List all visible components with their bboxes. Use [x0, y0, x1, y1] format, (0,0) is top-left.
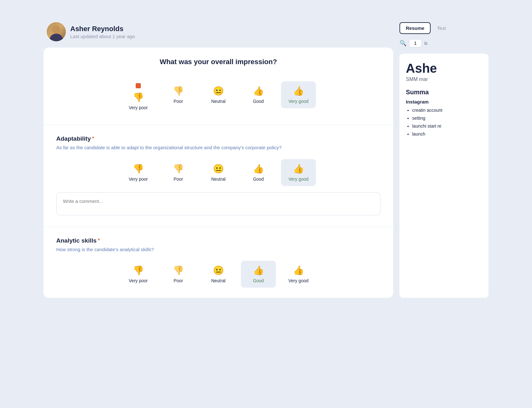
- text-tab[interactable]: Text: [431, 22, 452, 34]
- analytic-very-poor-label: Very poor: [129, 278, 148, 283]
- resume-bullet-3: launchi start re: [412, 123, 482, 130]
- analytic-desc: How strong is the candidate's analytical…: [56, 246, 380, 253]
- resume-bullet-1: creatin account: [412, 107, 482, 114]
- user-header: Asher Reynolds Last updated about 1 year…: [44, 22, 393, 41]
- overall-very-good[interactable]: 👍 Very good: [281, 81, 316, 108]
- resume-bullets: creatin account setting launchi start re…: [406, 107, 482, 137]
- adapt-neutral-label: Neutral: [211, 177, 225, 182]
- adapt-very-poor-label: Very poor: [129, 177, 148, 182]
- analytic-title: Analytic skills *: [56, 237, 380, 244]
- analytic-poor-icon: 👎: [173, 265, 184, 276]
- overall-neutral-label: Neutral: [211, 99, 225, 104]
- overall-neutral[interactable]: 😐 Neutral: [201, 81, 236, 108]
- analytic-poor[interactable]: 👎 Poor: [161, 261, 196, 288]
- analytic-poor-label: Poor: [174, 278, 183, 283]
- adaptability-comment[interactable]: [56, 192, 380, 215]
- analytic-very-poor-icon: 👎: [133, 265, 144, 276]
- analytic-very-good-label: Very good: [288, 278, 308, 283]
- resume-instagram-heading: Instagram: [406, 99, 482, 104]
- adapt-very-good-label: Very good: [288, 177, 308, 182]
- overall-very-poor-label: Very poor: [129, 105, 148, 110]
- avatar: [47, 22, 66, 41]
- right-panel: Resume Text 🔍 is Ashe SMM mar Summa Inst…: [399, 22, 488, 298]
- analytic-neutral[interactable]: 😐 Neutral: [201, 261, 236, 288]
- adapt-very-poor-icon: 👎: [133, 164, 144, 174]
- good-thumb-icon: 👍: [253, 86, 264, 96]
- analytic-good-label: Good: [253, 278, 264, 283]
- analytic-required-star: *: [98, 238, 100, 244]
- adaptability-poor[interactable]: 👎 Poor: [161, 159, 196, 186]
- right-tabs: Resume Text: [399, 22, 488, 34]
- very-good-thumb-icon: 👍: [293, 86, 304, 96]
- analytic-good-icon: 👍: [253, 265, 264, 276]
- avatar-head: [52, 25, 60, 34]
- resume-tab[interactable]: Resume: [399, 22, 431, 34]
- user-name: Asher Reynolds: [70, 25, 135, 33]
- resume-content: Ashe SMM mar Summa Instagram creatin acc…: [399, 54, 488, 298]
- adapt-poor-label: Poor: [174, 177, 183, 182]
- avatar-body: [50, 34, 63, 41]
- adapt-neutral-icon: 😐: [213, 164, 224, 174]
- adapt-very-good-icon: 👍: [293, 164, 304, 174]
- page-input[interactable]: [409, 39, 422, 47]
- overall-good-label: Good: [253, 99, 264, 104]
- user-info: Asher Reynolds Last updated about 1 year…: [70, 25, 135, 39]
- adapt-poor-icon: 👎: [173, 164, 184, 174]
- resume-candidate-name: Ashe: [406, 61, 482, 75]
- analytic-good[interactable]: 👍 Good: [241, 261, 276, 288]
- right-search: 🔍 is: [399, 39, 488, 47]
- overall-rating-row: 👎 Very poor 👎 Poor 😐 Neutral: [56, 75, 380, 115]
- poor-thumb-icon: 👎: [173, 86, 184, 96]
- page-wrapper: Asher Reynolds Last updated about 1 year…: [0, 13, 532, 408]
- analytic-very-poor[interactable]: 👎 Very poor: [121, 261, 156, 288]
- search-icon[interactable]: 🔍: [399, 40, 406, 47]
- very-poor-thumb-icon: 👎: [133, 92, 144, 103]
- adapt-good-icon: 👍: [253, 164, 264, 174]
- overall-very-good-label: Very good: [288, 99, 308, 104]
- review-card: What was your overall impression? 👎 Very…: [44, 48, 393, 298]
- analytic-very-good-icon: 👍: [293, 265, 304, 276]
- adaptability-section: Adaptability * As far as the candidate i…: [44, 125, 393, 227]
- analytic-very-good[interactable]: 👍 Very good: [281, 261, 316, 288]
- main-container: Asher Reynolds Last updated about 1 year…: [44, 22, 488, 298]
- resume-summary-heading: Summa: [406, 89, 482, 96]
- overall-impression-section: What was your overall impression? 👎 Very…: [44, 48, 393, 125]
- adaptability-desc: As far as the candidate is able to adapt…: [56, 144, 380, 151]
- analytic-skills-section: Analytic skills * How strong is the cand…: [44, 227, 393, 298]
- adaptability-required-star: *: [92, 136, 94, 142]
- overall-good[interactable]: 👍 Good: [241, 81, 276, 108]
- left-panel: Asher Reynolds Last updated about 1 year…: [44, 22, 393, 298]
- user-updated: Last updated about 1 year ago: [70, 34, 135, 39]
- resume-bullet-2: setting: [412, 115, 482, 122]
- adaptability-very-good[interactable]: 👍 Very good: [281, 159, 316, 186]
- analytic-rating-row: 👎 Very poor 👎 Poor 😐 Neutral 👍: [56, 261, 380, 288]
- adaptability-very-poor[interactable]: 👎 Very poor: [121, 159, 156, 186]
- very-poor-icon: [133, 79, 143, 90]
- overall-impression-title: What was your overall impression?: [56, 58, 380, 66]
- adaptability-neutral[interactable]: 😐 Neutral: [201, 159, 236, 186]
- analytic-neutral-icon: 😐: [213, 265, 224, 276]
- overall-poor-label: Poor: [174, 99, 183, 104]
- overall-poor[interactable]: 👎 Poor: [161, 81, 196, 108]
- page-of-label: is: [424, 41, 427, 46]
- adaptability-title: Adaptability *: [56, 135, 380, 142]
- adaptability-good[interactable]: 👍 Good: [241, 159, 276, 186]
- adapt-good-label: Good: [253, 177, 264, 182]
- resume-candidate-title: SMM mar: [406, 77, 482, 82]
- avatar-image: [47, 22, 66, 41]
- resume-bullet-4: launch: [412, 131, 482, 137]
- neutral-icon: 😐: [213, 86, 224, 96]
- adaptability-rating-row: 👎 Very poor 👎 Poor 😐 Neutral 👍: [56, 159, 380, 186]
- analytic-neutral-label: Neutral: [211, 278, 225, 283]
- overall-very-poor[interactable]: 👎 Very poor: [121, 75, 156, 115]
